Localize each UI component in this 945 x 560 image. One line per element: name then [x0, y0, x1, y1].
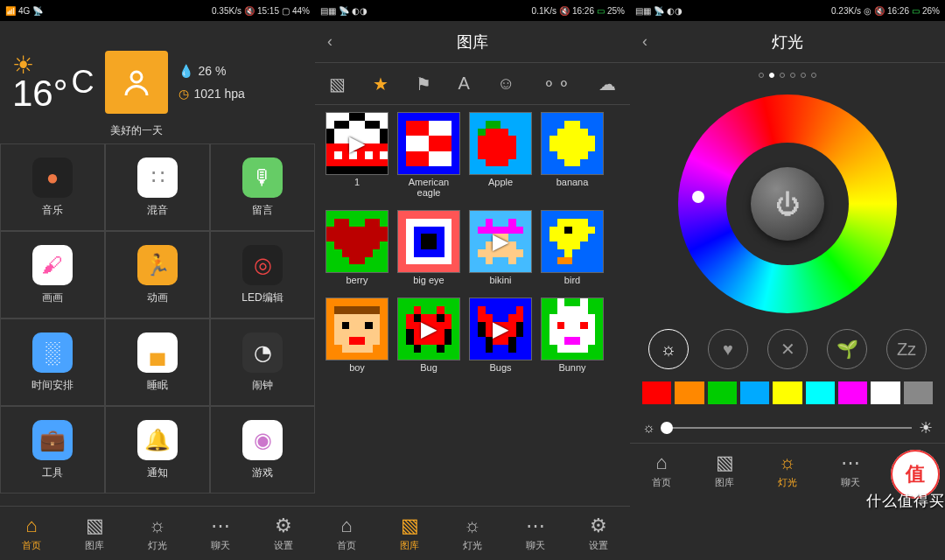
nav-label: 设置: [274, 539, 293, 552]
category-tab[interactable]: ⚬⚬: [542, 74, 571, 94]
nav-灯光[interactable]: ☼灯光: [441, 507, 504, 560]
gallery-item-bikini[interactable]: ▶bikini: [469, 210, 532, 285]
app-闹钟[interactable]: ◔闹钟: [210, 318, 315, 406]
color-swatch[interactable]: [871, 382, 900, 404]
thumbnail-label: Bunny: [558, 362, 585, 373]
thumbnail-label: 1: [354, 177, 360, 187]
nav-聊天[interactable]: ⋯聊天: [189, 507, 252, 560]
nav-label: 灯光: [463, 539, 482, 552]
color-picker-handle[interactable]: [692, 191, 704, 203]
gallery-item-bird[interactable]: bird: [541, 210, 604, 285]
app-游戏[interactable]: ◉游戏: [210, 406, 315, 494]
color-swatch[interactable]: [642, 382, 671, 404]
gallery-item-Bug[interactable]: ▶Bug: [397, 298, 460, 373]
nav-首页[interactable]: ⌂首页: [630, 444, 693, 497]
nav-聊天[interactable]: ⋯聊天: [819, 444, 882, 497]
color-swatch[interactable]: [904, 382, 933, 404]
app-音乐[interactable]: ●音乐: [0, 144, 105, 231]
thumbnail: [541, 298, 604, 360]
page-dot[interactable]: [801, 73, 806, 78]
nav-设置[interactable]: ⚙设置: [252, 507, 315, 560]
category-tab[interactable]: A: [458, 74, 470, 94]
gallery-item-American eagle[interactable]: American eagle: [397, 112, 460, 198]
app-LED编辑[interactable]: ◎LED编辑: [210, 231, 315, 318]
app-留言[interactable]: 🎙留言: [210, 144, 315, 231]
thumbnail: [397, 112, 460, 175]
color-swatch[interactable]: [838, 382, 867, 404]
category-tab[interactable]: ☁: [598, 74, 616, 94]
mode-button[interactable]: Zz: [886, 329, 927, 369]
gallery-item-banana[interactable]: banana: [541, 112, 604, 198]
color-swatch[interactable]: [773, 382, 802, 404]
gallery-item-big eye[interactable]: big eye: [397, 210, 460, 285]
mode-button[interactable]: ♥: [708, 329, 748, 369]
app-icon: ◉: [242, 420, 283, 460]
page-indicator: [630, 63, 945, 88]
pressure-icon: ◷: [178, 87, 189, 101]
thumbnail: ▶: [469, 298, 532, 360]
app-睡眠[interactable]: ▄睡眠: [105, 318, 210, 406]
nav-灯光[interactable]: ☼灯光: [126, 507, 189, 560]
page-dot[interactable]: [811, 73, 816, 78]
nav-icon: ⚙: [590, 514, 607, 537]
nav-灯光[interactable]: ☼灯光: [756, 444, 819, 497]
app-通知[interactable]: 🔔通知: [105, 406, 210, 494]
page-dot[interactable]: [759, 73, 764, 78]
app-时间安排[interactable]: ░时间安排: [0, 318, 105, 406]
humidity-icon: 💧: [178, 64, 193, 78]
app-label: 混音: [147, 203, 168, 218]
color-swatch[interactable]: [708, 382, 737, 404]
gallery-item-1[interactable]: ▶1: [326, 112, 388, 198]
slider-handle[interactable]: [661, 422, 673, 434]
category-tab[interactable]: ▧: [329, 74, 346, 94]
app-icon: 🔔: [137, 420, 178, 460]
thumbnail: [326, 298, 388, 360]
nav-设置[interactable]: ⚙设置: [567, 507, 630, 560]
page-dot[interactable]: [790, 73, 795, 78]
mode-button[interactable]: ☼: [648, 329, 689, 369]
color-swatch[interactable]: [806, 382, 835, 404]
color-wheel[interactable]: ⏻: [678, 94, 897, 313]
thumbnail: [326, 210, 388, 273]
mode-button[interactable]: ✕: [767, 329, 808, 369]
category-tab[interactable]: ☺: [497, 74, 514, 94]
nav-图库[interactable]: ▧图库: [63, 507, 126, 560]
page-dot[interactable]: [769, 73, 774, 78]
app-画画[interactable]: 🖌画画: [0, 231, 105, 318]
page-dot[interactable]: [780, 73, 785, 78]
app-label: 闹钟: [252, 378, 273, 393]
category-tab[interactable]: ⚑: [416, 74, 431, 94]
gallery-item-Apple[interactable]: Apple: [469, 112, 532, 198]
category-tab[interactable]: ★: [373, 74, 388, 94]
app-工具[interactable]: 💼工具: [0, 406, 105, 494]
nav-首页[interactable]: ⌂首页: [315, 507, 378, 560]
nav-聊天[interactable]: ⋯聊天: [504, 507, 567, 560]
play-icon: ▶: [470, 211, 531, 272]
nav-icon: ⌂: [340, 514, 352, 537]
back-button[interactable]: ‹: [642, 32, 648, 51]
app-混音[interactable]: ∷混音: [105, 144, 210, 231]
power-button[interactable]: ⏻: [751, 167, 824, 241]
gallery-item-Bugs[interactable]: ▶Bugs: [469, 298, 532, 373]
color-swatch[interactable]: [740, 382, 769, 404]
avatar-button[interactable]: [105, 51, 168, 114]
bottom-nav: ⌂首页▧图库☼灯光⋯聊天⚙设置: [0, 506, 315, 560]
app-label: LED编辑: [242, 290, 283, 305]
gallery-item-Bunny[interactable]: Bunny: [541, 298, 604, 373]
gallery-item-boy[interactable]: boy: [326, 298, 388, 373]
nav-图库[interactable]: ▧图库: [378, 507, 441, 560]
nav-label: 灯光: [148, 539, 167, 552]
nav-图库[interactable]: ▧图库: [693, 444, 756, 497]
play-icon: ▶: [398, 298, 459, 360]
gallery-item-berry[interactable]: berry: [326, 210, 388, 285]
play-icon: ▶: [326, 113, 388, 174]
nav-icon: ⚙: [275, 514, 292, 537]
back-button[interactable]: ‹: [327, 32, 332, 51]
app-icon: ▄: [137, 332, 178, 373]
app-动画[interactable]: 🏃动画: [105, 231, 210, 318]
brightness-slider[interactable]: [662, 427, 912, 429]
nav-icon: ☼: [149, 514, 166, 537]
mode-button[interactable]: 🌱: [827, 329, 867, 369]
color-swatch[interactable]: [675, 382, 704, 404]
nav-首页[interactable]: ⌂首页: [0, 507, 63, 560]
